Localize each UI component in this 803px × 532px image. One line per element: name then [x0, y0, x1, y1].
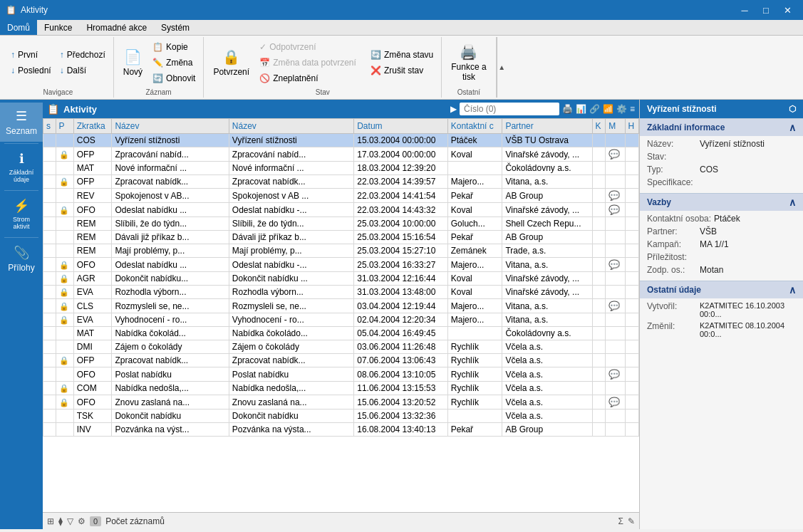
- col-header-k[interactable]: K: [592, 119, 606, 134]
- label-kontaktos: Kontaktní osoba:: [647, 214, 711, 224]
- lock-icon: 🔒: [59, 261, 69, 269]
- col-header-kontakt[interactable]: Kontaktní c: [447, 119, 502, 134]
- section-header-vazby[interactable]: Vazby ∧: [640, 193, 803, 211]
- print-icon[interactable]: 🖨️: [562, 104, 573, 114]
- cell-zkratka: MAT: [73, 327, 112, 340]
- cell-datum: 16.08.2004 13:40:13: [354, 423, 448, 437]
- footer-grid-icon[interactable]: ⊞: [47, 516, 54, 526]
- signal-icon[interactable]: 📶: [603, 104, 613, 114]
- settings-icon[interactable]: ⚙️: [616, 104, 627, 114]
- cell-datum: 25.03.2004 16:33:27: [354, 258, 448, 272]
- sidebar-item-zakladni[interactable]: ℹ Základníúdaje: [0, 145, 43, 189]
- potvreni-button[interactable]: 🔒 Potvrzení: [208, 46, 254, 80]
- footer-filter-icon[interactable]: ⧫: [58, 516, 63, 526]
- right-panel-expand-icon[interactable]: ⬡: [789, 104, 796, 114]
- menu-item-funkce[interactable]: Funkce: [37, 20, 79, 35]
- data-table-container[interactable]: s P Zkratka Název Název Datum Kontaktní …: [43, 118, 639, 512]
- cell-datum: 31.03.2004 12:16:44: [354, 272, 448, 286]
- cell-h: [625, 367, 638, 382]
- table-row[interactable]: TSK Dokončit nabídku Dokončit nabídku 15…: [43, 410, 639, 423]
- odpotvrzeni-button[interactable]: ✓ Odpotvrzení: [256, 40, 360, 54]
- menu-item-hromadne[interactable]: Hromadné akce: [79, 20, 154, 35]
- table-row[interactable]: COS Vyřízení stížnosti Vyřízení stížnost…: [43, 134, 639, 147]
- new-button[interactable]: 📄 Nový: [118, 46, 147, 80]
- col-header-p[interactable]: P: [56, 119, 73, 134]
- table-row[interactable]: DMI Zájem o čokolády Zájem o čokolády 03…: [43, 340, 639, 354]
- menu-item-domu[interactable]: Domů: [0, 20, 37, 35]
- table-row[interactable]: 🔒 EVA Vyhodnocení - ro... Vyhodnocení - …: [43, 313, 639, 327]
- col-header-nazev2[interactable]: Název: [229, 119, 353, 134]
- table-row[interactable]: 🔒 EVA Rozhodla výborn... Rozhodla výborn…: [43, 286, 639, 299]
- table-row[interactable]: 🔒 OFP Zpracování nabíd... Zpracování nab…: [43, 147, 639, 162]
- table-row[interactable]: REV Spokojenost v AB... Spokojenost v AB…: [43, 189, 639, 203]
- footer-sigma-icon[interactable]: Σ: [618, 516, 623, 526]
- ribbon-group-stav: 🔒 Potvrzení ✓ Odpotvrzení 📅 Změna data p…: [204, 37, 442, 98]
- close-button[interactable]: ✕: [777, 3, 797, 17]
- table-row[interactable]: INV Pozvánka na výst... Pozvánka na výst…: [43, 423, 639, 437]
- cell-zkratka: COM: [73, 382, 112, 395]
- table-row[interactable]: REM Mají problémy, p... Mají problémy, p…: [43, 244, 639, 258]
- cell-p: [56, 162, 73, 175]
- col-header-zkratka[interactable]: Zkratka: [73, 119, 112, 134]
- zmena-data-button[interactable]: 📅 Změna data potvrzení: [256, 56, 360, 70]
- sidebar-item-seznam[interactable]: ☰ Seznam: [0, 103, 43, 142]
- footer-edit-icon[interactable]: ✎: [628, 516, 635, 526]
- search-arrow-icon[interactable]: ▶: [450, 104, 457, 114]
- cell-kontakt: Rychlík: [447, 395, 502, 410]
- cell-nazev2: Vyhodnocení - ro...: [229, 313, 353, 327]
- table-search-input[interactable]: [460, 103, 559, 115]
- col-header-h[interactable]: H: [625, 119, 638, 134]
- maximize-button[interactable]: □: [756, 3, 776, 17]
- sidebar-item-prilohy[interactable]: 📎 Přílohy: [0, 239, 43, 278]
- col-header-datum[interactable]: Datum: [354, 119, 448, 134]
- table-row[interactable]: OFO Poslat nabídku Poslat nabídku 08.06.…: [43, 367, 639, 382]
- table-row[interactable]: 🔒 OFP Zpracovat nabídk... Zpracovat nabí…: [43, 354, 639, 367]
- table-row[interactable]: 🔒 OFO Odeslat nabídku ... Odeslat nabídk…: [43, 258, 639, 272]
- previous-button[interactable]: ↑ Předchozí: [56, 48, 109, 62]
- table-row[interactable]: REM Slíbili, že do týdn... Slíbili, že d…: [43, 217, 639, 231]
- link-icon[interactable]: 🔗: [589, 104, 600, 114]
- cell-partner: Včela a.s.: [502, 367, 592, 382]
- table-row[interactable]: 🔒 OFP Zpracovat nabídk... Zpracovat nabí…: [43, 175, 639, 189]
- footer-funnel-icon[interactable]: ▽: [67, 516, 73, 526]
- cell-kontakt: Rychlík: [447, 354, 502, 367]
- change-button[interactable]: ✏️ Změna: [149, 56, 199, 70]
- menu-icon[interactable]: ≡: [630, 104, 635, 114]
- ribbon-zaznam-buttons: 📄 Nový 📋 Kopie ✏️ Změna 🔄 Obnovit: [118, 38, 200, 87]
- zneplatneni-button[interactable]: 🚫 Zneplatnění: [256, 71, 360, 85]
- table-row[interactable]: 🔒 OFO Znovu zaslaná na... Znovu zaslaná …: [43, 395, 639, 410]
- section-header-ostatni[interactable]: Ostatní údaje ∧: [640, 281, 803, 298]
- table-row[interactable]: 🔒 COM Nabídka nedošla,... Nabídka nedošl…: [43, 382, 639, 395]
- ribbon-collapse-button[interactable]: ▲: [497, 37, 507, 98]
- first-button[interactable]: ↑ První: [7, 48, 55, 62]
- table-row[interactable]: REM Dávali již příkaz b... Dávali již př…: [43, 231, 639, 244]
- menu-item-system[interactable]: Systém: [154, 20, 197, 35]
- chart-icon[interactable]: 📊: [576, 104, 586, 114]
- cell-nazev2: Vyřízení stížnosti: [229, 134, 353, 147]
- col-header-s[interactable]: s: [43, 119, 56, 134]
- table-row[interactable]: 🔒 AGR Dokončit nabídku... Dokončit nabíd…: [43, 272, 639, 286]
- footer-settings-icon[interactable]: ⚙: [78, 516, 86, 526]
- table-row[interactable]: 🔒 CLS Rozmysleli se, ne... Rozmysleli se…: [43, 299, 639, 313]
- cell-datum: 03.04.2004 12:19:44: [354, 299, 448, 313]
- cell-zkratka: COS: [73, 134, 112, 147]
- zmena-stavu-button[interactable]: 🔄 Změna stavu: [367, 48, 437, 62]
- last-button[interactable]: ↓ Poslední: [7, 63, 55, 78]
- copy-button[interactable]: 📋 Kopie: [149, 40, 199, 54]
- col-header-nazev1[interactable]: Název: [112, 119, 229, 134]
- sidebar-item-strom[interactable]: ⚡ Stromaktivit: [0, 192, 43, 236]
- funkce-tisk-button[interactable]: 🖨️ Funkce atisk: [446, 41, 491, 85]
- col-header-partner[interactable]: Partner: [502, 119, 592, 134]
- table-row[interactable]: MAT Nabídka čokolád... Nabídka čokoládo.…: [43, 327, 639, 340]
- info-row-specifikace: Specifikace:: [647, 177, 796, 187]
- cell-nazev2: Dávali již příkaz b...: [229, 231, 353, 244]
- refresh-button[interactable]: 🔄 Obnovit: [149, 71, 199, 85]
- next-button[interactable]: ↓ Další: [56, 63, 109, 78]
- minimize-button[interactable]: ─: [735, 3, 755, 17]
- col-header-m[interactable]: M: [606, 119, 625, 134]
- section-header-zakladni[interactable]: Základní informace ∧: [640, 118, 803, 136]
- table-row[interactable]: 🔒 OFO Odeslat nabídku ... Odeslat nabídk…: [43, 203, 639, 217]
- table-row[interactable]: MAT Nové informační ... Nové informační …: [43, 162, 639, 175]
- cell-zkratka: OFP: [73, 175, 112, 189]
- zrusit-stav-button[interactable]: ❌ Zrušit stav: [367, 63, 437, 78]
